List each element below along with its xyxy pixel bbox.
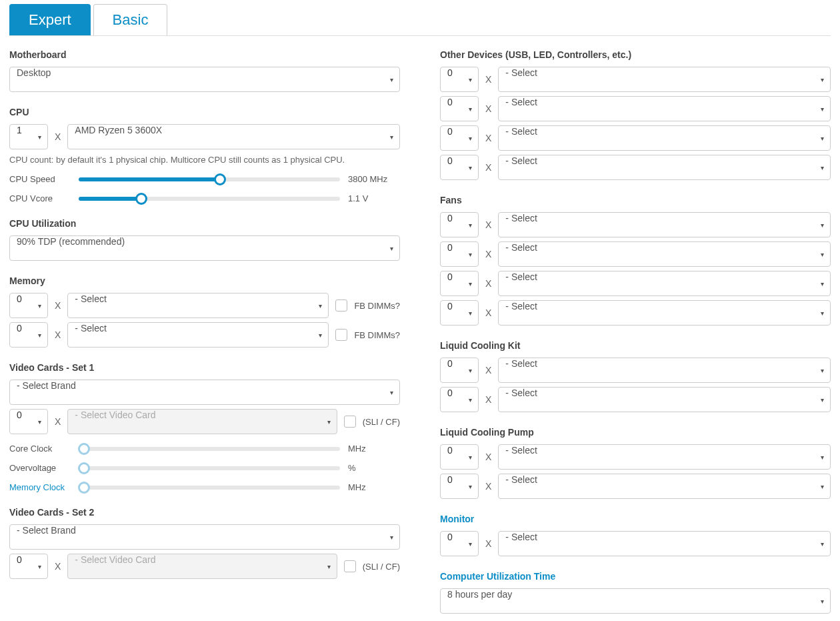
vcard1-memclock-slider[interactable]: [79, 486, 340, 490]
cpu-speed-value: 3800 MHz: [348, 174, 400, 184]
label-fans: Fans: [440, 195, 831, 205]
cpu-util-select[interactable]: 90% TDP (recommended): [9, 235, 400, 261]
other-qty-2[interactable]: 0: [440, 96, 479, 121]
tab-basic[interactable]: Basic: [93, 4, 168, 35]
other-select-2[interactable]: - Select: [498, 96, 831, 121]
lck-qty-1[interactable]: 0: [440, 358, 479, 383]
vcard1-memclock-label[interactable]: Memory Clock: [9, 482, 71, 492]
section-cpu-util: CPU Utilization 90% TDP (recommended): [9, 218, 400, 261]
other-select-3[interactable]: - Select: [498, 125, 831, 151]
vcard1-qty[interactable]: 0: [9, 409, 48, 434]
fans-select-3[interactable]: - Select: [498, 271, 831, 296]
vcard2-qty[interactable]: 0: [9, 554, 48, 579]
fans-select-1[interactable]: - Select: [498, 212, 831, 237]
fans-qty-4[interactable]: 0: [440, 300, 479, 326]
left-column: Motherboard Desktop CPU 1 X AMD Ryzen 5 …: [9, 49, 400, 621]
memory-select-1[interactable]: - Select: [67, 293, 329, 318]
other-select-1[interactable]: - Select: [498, 67, 831, 92]
vcard1-brand-select[interactable]: - Select Brand: [9, 380, 400, 405]
multiply-icon: X: [485, 481, 491, 492]
vcard1-coreclock-label: Core Clock: [9, 444, 71, 454]
monitor-qty[interactable]: 0: [440, 531, 479, 556]
memory-fb-checkbox-1[interactable]: [335, 299, 347, 312]
vcard1-overvolt-slider[interactable]: [79, 466, 340, 470]
multiply-icon: X: [485, 394, 491, 405]
fans-select-2[interactable]: - Select: [498, 241, 831, 267]
vcard1-memclock-unit: MHz: [348, 482, 400, 492]
multiply-icon: X: [485, 452, 491, 462]
memory-fb-checkbox-2[interactable]: [335, 329, 347, 341]
cpu-note: CPU count: by default it's 1 physical ch…: [9, 155, 400, 165]
multiply-icon: X: [485, 538, 491, 549]
memory-qty-1[interactable]: 0: [9, 293, 48, 318]
memory-qty-2[interactable]: 0: [9, 322, 48, 348]
cpu-model-select[interactable]: AMD Ryzen 5 3600X: [67, 124, 400, 149]
label-vcard2: Video Cards - Set 2: [9, 507, 400, 518]
vcard1-coreclock-unit: MHz: [348, 444, 400, 454]
label-lcp: Liquid Cooling Pump: [440, 427, 831, 438]
other-qty-4[interactable]: 0: [440, 155, 479, 180]
monitor-select[interactable]: - Select: [498, 531, 831, 556]
lcp-select-2[interactable]: - Select: [498, 474, 831, 499]
label-lck: Liquid Cooling Kit: [440, 340, 831, 351]
section-cpu: CPU 1 X AMD Ryzen 5 3600X CPU count: by …: [9, 107, 400, 203]
section-lcp: Liquid Cooling Pump 0X- Select 0X- Selec…: [440, 427, 831, 499]
fans-qty-3[interactable]: 0: [440, 271, 479, 296]
lcp-qty-2[interactable]: 0: [440, 474, 479, 499]
vcard1-overvolt-row: Overvoltage %: [9, 463, 400, 473]
cpu-vcore-slider-row: CPU Vcore 1.1 V: [9, 193, 400, 203]
multiply-icon: X: [55, 416, 61, 427]
multiply-icon: X: [55, 561, 61, 572]
lcp-select-1[interactable]: - Select: [498, 444, 831, 470]
cpu-vcore-slider[interactable]: [79, 197, 340, 201]
label-cpu-util: CPU Utilization: [9, 218, 400, 229]
tab-expert[interactable]: Expert: [9, 4, 91, 35]
other-select-4[interactable]: - Select: [498, 155, 831, 180]
vcard1-coreclock-row: Core Clock MHz: [9, 444, 400, 454]
vcard1-memclock-row: Memory Clock MHz: [9, 482, 400, 492]
right-column: Other Devices (USB, LED, Controllers, et…: [440, 49, 831, 621]
multiply-icon: X: [55, 131, 61, 142]
vcard1-coreclock-slider[interactable]: [79, 447, 340, 451]
vcard2-sli-label: (SLI / CF): [363, 562, 400, 572]
label-cpu: CPU: [9, 107, 400, 117]
util-time-select[interactable]: 8 hours per day: [440, 588, 831, 614]
vcard1-overvolt-unit: %: [348, 463, 400, 473]
lcp-qty-1[interactable]: 0: [440, 444, 479, 470]
fans-select-4[interactable]: - Select: [498, 300, 831, 326]
section-fans: Fans 0X- Select 0X- Select 0X- Select 0X…: [440, 195, 831, 326]
lck-qty-2[interactable]: 0: [440, 387, 479, 412]
label-memory: Memory: [9, 275, 400, 286]
other-qty-1[interactable]: 0: [440, 67, 479, 92]
lck-select-2[interactable]: - Select: [498, 387, 831, 412]
vcard1-sli-checkbox[interactable]: [344, 416, 356, 428]
vcard2-card-select[interactable]: - Select Video Card: [67, 554, 337, 579]
mode-tabs: Expert Basic: [9, 4, 831, 36]
label-vcard1: Video Cards - Set 1: [9, 362, 400, 373]
vcard1-overvolt-label: Overvoltage: [9, 463, 71, 473]
vcard1-card-select[interactable]: - Select Video Card: [67, 409, 337, 434]
motherboard-select[interactable]: Desktop: [9, 67, 400, 92]
multiply-icon: X: [55, 300, 61, 311]
vcard2-brand-select[interactable]: - Select Brand: [9, 524, 400, 550]
label-monitor[interactable]: Monitor: [440, 514, 831, 524]
cpu-speed-label: CPU Speed: [9, 174, 71, 184]
label-other-devices: Other Devices (USB, LED, Controllers, et…: [440, 49, 831, 60]
cpu-speed-slider[interactable]: [79, 177, 340, 181]
vcard2-sli-checkbox[interactable]: [344, 560, 356, 572]
cpu-speed-slider-row: CPU Speed 3800 MHz: [9, 174, 400, 184]
memory-fb-label-1: FB DIMMs?: [354, 301, 400, 311]
section-vcard2: Video Cards - Set 2 - Select Brand 0 X -…: [9, 507, 400, 579]
label-util-time[interactable]: Computer Utilization Time: [440, 571, 831, 582]
other-qty-3[interactable]: 0: [440, 125, 479, 151]
fans-qty-1[interactable]: 0: [440, 212, 479, 237]
fans-qty-2[interactable]: 0: [440, 241, 479, 267]
memory-select-2[interactable]: - Select: [67, 322, 329, 348]
multiply-icon: X: [485, 307, 491, 318]
lck-select-1[interactable]: - Select: [498, 358, 831, 383]
memory-fb-label-2: FB DIMMs?: [354, 330, 400, 340]
cpu-qty-select[interactable]: 1: [9, 124, 48, 149]
multiply-icon: X: [485, 278, 491, 289]
label-motherboard: Motherboard: [9, 49, 400, 60]
section-memory: Memory 0 X - Select FB DIMMs? 0 X - Sele…: [9, 275, 400, 348]
